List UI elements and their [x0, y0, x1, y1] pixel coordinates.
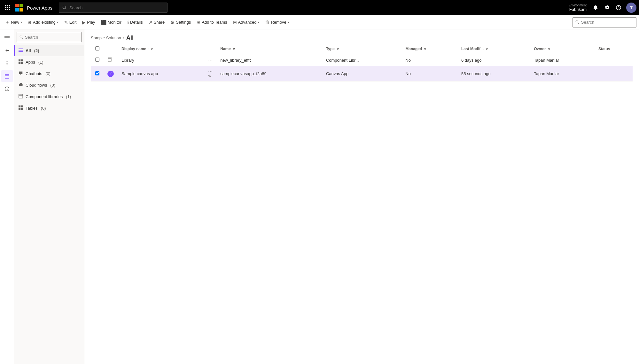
- row-checkbox[interactable]: [95, 58, 99, 62]
- display-name-sort-icon: ↑ ∨: [148, 47, 153, 51]
- col-header-owner[interactable]: Owner ∨: [530, 44, 595, 54]
- sidebar-search-box[interactable]: [17, 32, 82, 42]
- last-modified-sort-icon: ∨: [486, 47, 488, 51]
- left-nav-icons: [0, 29, 14, 364]
- advanced-chevron-icon: ▾: [258, 20, 259, 24]
- add-existing-button[interactable]: ⊕ Add existing ▾: [25, 17, 61, 27]
- monitor-icon: ⬛: [101, 20, 106, 25]
- add-existing-chevron-icon: ▾: [57, 20, 58, 24]
- col-header-display-name[interactable]: Display name ↑ ∨: [118, 44, 204, 54]
- row-display-name[interactable]: Library: [118, 54, 204, 66]
- row-more-icon[interactable]: ⋯: [208, 58, 213, 63]
- col-header-icon: [104, 44, 118, 54]
- svg-rect-31: [19, 59, 20, 61]
- row-icon-cell: [104, 54, 118, 66]
- svg-line-27: [22, 38, 22, 38]
- notifications-icon[interactable]: [590, 3, 601, 13]
- sidebar-item-chatbots[interactable]: Chatbots (0): [14, 68, 84, 79]
- sidebar-item-cloud-flows[interactable]: Cloud flows (0): [14, 79, 84, 91]
- monitor-button[interactable]: ⬛ Monitor: [98, 17, 124, 27]
- nav-solutions-icon[interactable]: [1, 70, 13, 82]
- svg-rect-10: [19, 4, 23, 7]
- owner-sort-icon: ∨: [548, 47, 550, 51]
- svg-point-13: [63, 6, 66, 9]
- library-icon: [107, 58, 113, 63]
- nav-menu-icon[interactable]: [1, 32, 13, 43]
- sidebar-item-component-libraries[interactable]: Component libraries (1): [14, 91, 84, 102]
- plus-icon: ＋: [5, 19, 10, 25]
- table-search-input[interactable]: [581, 20, 634, 25]
- global-search-box[interactable]: Search: [59, 3, 168, 13]
- row-checkbox-cell[interactable]: [91, 66, 104, 81]
- sidebar-search-input[interactable]: [25, 35, 79, 40]
- sidebar-item-icon: [19, 59, 23, 65]
- nav-back-icon[interactable]: [1, 45, 13, 56]
- environment-name: Fabrikam: [569, 7, 587, 12]
- row-more-icon[interactable]: ⋯: [208, 69, 213, 74]
- app-name: Power Apps: [27, 5, 52, 11]
- row-more-cell[interactable]: ⋯ ✎: [204, 66, 216, 81]
- row-checkbox-cell[interactable]: [91, 54, 104, 66]
- play-button[interactable]: ▶ Play: [80, 17, 97, 27]
- row-type: Canvas App: [322, 66, 401, 81]
- search-icon: [62, 5, 67, 10]
- sidebar-item-count: (2): [34, 48, 39, 53]
- share-button[interactable]: ↗ Share: [146, 17, 168, 27]
- sidebar-search-icon: [19, 35, 23, 39]
- advanced-button[interactable]: ⊟ Advanced ▾: [230, 17, 262, 27]
- breadcrumb: Sample Solution › All: [84, 29, 639, 44]
- breadcrumb-parent[interactable]: Sample Solution: [91, 35, 121, 40]
- details-button[interactable]: ℹ Details: [125, 17, 145, 27]
- play-icon: ▶: [82, 20, 86, 25]
- svg-text:?: ?: [618, 6, 620, 10]
- sidebar-item-tables[interactable]: Tables (0): [14, 102, 84, 114]
- row-display-name[interactable]: Sample canvas app: [118, 66, 204, 81]
- row-checkbox[interactable]: [95, 71, 99, 75]
- sidebar-item-all[interactable]: All (2): [14, 45, 84, 56]
- settings-nav-icon[interactable]: [602, 3, 612, 13]
- advanced-icon: ⊟: [233, 20, 237, 25]
- sidebar-item-icon: [19, 82, 23, 88]
- nav-more-icon[interactable]: [1, 58, 13, 69]
- col-header-last-modified[interactable]: Last Modif... ∨: [457, 44, 530, 54]
- environment-info[interactable]: Environment Fabrikam: [569, 4, 587, 12]
- edit-button[interactable]: ✎ Edit: [62, 17, 79, 27]
- nav-history-icon[interactable]: [1, 83, 13, 95]
- select-all-header[interactable]: [91, 44, 104, 54]
- share-icon: ↗: [149, 20, 152, 25]
- col-header-status[interactable]: Status: [595, 44, 633, 54]
- svg-rect-9: [15, 4, 19, 7]
- row-last-modified: 6 days ago: [457, 54, 530, 66]
- col-header-name[interactable]: Name ∨: [216, 44, 322, 54]
- add-to-teams-button[interactable]: ⊞ Add to Teams: [194, 17, 230, 27]
- svg-rect-4: [7, 7, 8, 8]
- main-layout: All (2) Apps (1) Chatbots (0) Cloud flow…: [0, 29, 639, 364]
- svg-rect-35: [19, 94, 23, 98]
- sidebar-item-apps[interactable]: Apps (1): [14, 56, 84, 68]
- svg-rect-38: [21, 105, 23, 107]
- col-header-managed[interactable]: Managed ∨: [401, 44, 457, 54]
- settings-button[interactable]: ⚙ Settings: [168, 17, 193, 27]
- svg-rect-20: [4, 37, 10, 38]
- select-all-checkbox[interactable]: [95, 46, 99, 50]
- row-status: [595, 66, 633, 81]
- table-row[interactable]: ✓ Sample canvas app ⋯ ✎ samplecanvasapp_…: [91, 66, 633, 81]
- new-button[interactable]: ＋ New ▾: [3, 17, 25, 27]
- edit-row-icon[interactable]: ✎: [208, 74, 212, 79]
- waffle-menu-icon[interactable]: [3, 3, 13, 13]
- help-icon[interactable]: ?: [613, 3, 624, 13]
- user-avatar[interactable]: T: [626, 3, 636, 13]
- col-header-type[interactable]: Type ∨: [322, 44, 401, 54]
- row-type: Component Libr...: [322, 54, 401, 66]
- items-table: Display name ↑ ∨ Name ∨: [91, 44, 633, 81]
- command-bar: ＋ New ▾ ⊕ Add existing ▾ ✎ Edit ▶ Play ⬛…: [0, 15, 639, 29]
- row-more-cell[interactable]: ⋯: [204, 54, 216, 66]
- svg-line-18: [578, 23, 579, 24]
- microsoft-logo: [15, 4, 23, 12]
- svg-point-17: [576, 21, 578, 23]
- table-search-box[interactable]: [573, 17, 636, 27]
- edit-icon: ✎: [64, 20, 68, 25]
- svg-line-14: [65, 8, 66, 9]
- table-row[interactable]: Library ⋯ new_library_efffc Component Li…: [91, 54, 633, 66]
- remove-button[interactable]: 🗑 Remove ▾: [262, 17, 292, 27]
